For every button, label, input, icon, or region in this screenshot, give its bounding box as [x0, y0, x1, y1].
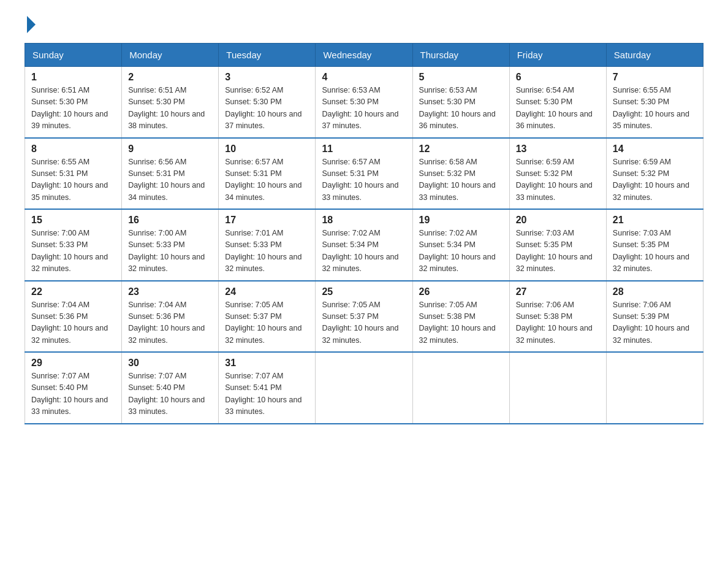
calendar-header-row: SundayMondayTuesdayWednesdayThursdayFrid…: [25, 44, 703, 67]
day-info: Sunrise: 6:53 AMSunset: 5:30 PMDaylight:…: [322, 85, 406, 132]
calendar-cell: 7Sunrise: 6:55 AMSunset: 5:30 PMDaylight…: [606, 67, 703, 138]
day-number: 10: [225, 144, 309, 155]
day-info: Sunrise: 7:04 AMSunset: 5:36 PMDaylight:…: [31, 299, 115, 347]
day-info: Sunrise: 7:07 AMSunset: 5:40 PMDaylight:…: [128, 370, 212, 418]
day-header-tuesday: Tuesday: [219, 44, 316, 67]
calendar-cell: 4Sunrise: 6:53 AMSunset: 5:30 PMDaylight…: [316, 67, 412, 138]
calendar-cell: 24Sunrise: 7:05 AMSunset: 5:37 PMDayligh…: [219, 281, 316, 353]
day-header-saturday: Saturday: [606, 44, 703, 67]
calendar-cell: 2Sunrise: 6:51 AMSunset: 5:30 PMDaylight…: [122, 67, 219, 138]
day-number: 27: [516, 286, 600, 297]
day-number: 26: [419, 286, 503, 297]
day-number: 7: [613, 72, 697, 83]
page-header: [25, 18, 703, 31]
calendar-cell: 5Sunrise: 6:53 AMSunset: 5:30 PMDaylight…: [412, 67, 509, 138]
day-number: 20: [516, 215, 600, 226]
calendar-cell: 22Sunrise: 7:04 AMSunset: 5:36 PMDayligh…: [25, 281, 122, 353]
day-info: Sunrise: 6:56 AMSunset: 5:31 PMDaylight:…: [128, 156, 212, 204]
day-info: Sunrise: 7:07 AMSunset: 5:41 PMDaylight:…: [225, 370, 309, 418]
day-header-wednesday: Wednesday: [316, 44, 412, 67]
calendar-cell: [412, 352, 509, 424]
day-info: Sunrise: 7:07 AMSunset: 5:40 PMDaylight:…: [31, 370, 115, 418]
week-row-4: 22Sunrise: 7:04 AMSunset: 5:36 PMDayligh…: [25, 281, 703, 353]
calendar-cell: [316, 352, 412, 424]
day-number: 25: [322, 286, 406, 297]
day-number: 3: [225, 72, 309, 83]
day-info: Sunrise: 7:02 AMSunset: 5:34 PMDaylight:…: [322, 228, 406, 275]
calendar-cell: [606, 352, 703, 424]
calendar-cell: 9Sunrise: 6:56 AMSunset: 5:31 PMDaylight…: [122, 138, 219, 210]
day-info: Sunrise: 6:57 AMSunset: 5:31 PMDaylight:…: [322, 156, 406, 204]
day-number: 31: [225, 358, 309, 369]
logo-triangle-icon: [27, 16, 36, 33]
calendar-cell: 12Sunrise: 6:58 AMSunset: 5:32 PMDayligh…: [412, 138, 509, 210]
day-number: 24: [225, 286, 309, 297]
calendar-cell: 13Sunrise: 6:59 AMSunset: 5:32 PMDayligh…: [509, 138, 606, 210]
day-number: 8: [31, 144, 115, 155]
day-info: Sunrise: 7:06 AMSunset: 5:39 PMDaylight:…: [613, 299, 697, 347]
calendar-cell: 20Sunrise: 7:03 AMSunset: 5:35 PMDayligh…: [509, 209, 606, 281]
day-info: Sunrise: 7:02 AMSunset: 5:34 PMDaylight:…: [419, 228, 503, 275]
day-header-thursday: Thursday: [412, 44, 509, 67]
day-number: 18: [322, 215, 406, 226]
week-row-5: 29Sunrise: 7:07 AMSunset: 5:40 PMDayligh…: [25, 352, 703, 424]
day-info: Sunrise: 7:06 AMSunset: 5:38 PMDaylight:…: [516, 299, 600, 347]
day-number: 1: [31, 72, 115, 83]
logo: [25, 18, 36, 31]
day-info: Sunrise: 6:55 AMSunset: 5:31 PMDaylight:…: [31, 156, 115, 204]
day-number: 15: [31, 215, 115, 226]
day-number: 28: [613, 286, 697, 297]
day-info: Sunrise: 6:52 AMSunset: 5:30 PMDaylight:…: [225, 85, 309, 132]
day-info: Sunrise: 6:59 AMSunset: 5:32 PMDaylight:…: [516, 156, 600, 204]
day-number: 30: [128, 358, 212, 369]
day-number: 4: [322, 72, 406, 83]
calendar-cell: 21Sunrise: 7:03 AMSunset: 5:35 PMDayligh…: [606, 209, 703, 281]
day-info: Sunrise: 6:54 AMSunset: 5:30 PMDaylight:…: [516, 85, 600, 132]
day-info: Sunrise: 7:03 AMSunset: 5:35 PMDaylight:…: [516, 228, 600, 275]
calendar-cell: 8Sunrise: 6:55 AMSunset: 5:31 PMDaylight…: [25, 138, 122, 210]
day-number: 12: [419, 144, 503, 155]
day-info: Sunrise: 7:03 AMSunset: 5:35 PMDaylight:…: [613, 228, 697, 275]
day-info: Sunrise: 7:01 AMSunset: 5:33 PMDaylight:…: [225, 228, 309, 275]
calendar-cell: 3Sunrise: 6:52 AMSunset: 5:30 PMDaylight…: [219, 67, 316, 138]
day-info: Sunrise: 7:00 AMSunset: 5:33 PMDaylight:…: [128, 228, 212, 275]
day-number: 16: [128, 215, 212, 226]
day-number: 5: [419, 72, 503, 83]
day-info: Sunrise: 6:51 AMSunset: 5:30 PMDaylight:…: [31, 85, 115, 132]
calendar-cell: 1Sunrise: 6:51 AMSunset: 5:30 PMDaylight…: [25, 67, 122, 138]
day-info: Sunrise: 6:57 AMSunset: 5:31 PMDaylight:…: [225, 156, 309, 204]
calendar-cell: 28Sunrise: 7:06 AMSunset: 5:39 PMDayligh…: [606, 281, 703, 353]
calendar-cell: 29Sunrise: 7:07 AMSunset: 5:40 PMDayligh…: [25, 352, 122, 424]
calendar-cell: 19Sunrise: 7:02 AMSunset: 5:34 PMDayligh…: [412, 209, 509, 281]
calendar-cell: 26Sunrise: 7:05 AMSunset: 5:38 PMDayligh…: [412, 281, 509, 353]
day-number: 19: [419, 215, 503, 226]
calendar-table: SundayMondayTuesdayWednesdayThursdayFrid…: [25, 43, 703, 424]
day-number: 23: [128, 286, 212, 297]
calendar-cell: 6Sunrise: 6:54 AMSunset: 5:30 PMDaylight…: [509, 67, 606, 138]
calendar-cell: 31Sunrise: 7:07 AMSunset: 5:41 PMDayligh…: [219, 352, 316, 424]
day-header-friday: Friday: [509, 44, 606, 67]
calendar-cell: 23Sunrise: 7:04 AMSunset: 5:36 PMDayligh…: [122, 281, 219, 353]
day-number: 11: [322, 144, 406, 155]
day-header-sunday: Sunday: [25, 44, 122, 67]
day-info: Sunrise: 6:51 AMSunset: 5:30 PMDaylight:…: [128, 85, 212, 132]
calendar-cell: 27Sunrise: 7:06 AMSunset: 5:38 PMDayligh…: [509, 281, 606, 353]
calendar-cell: 30Sunrise: 7:07 AMSunset: 5:40 PMDayligh…: [122, 352, 219, 424]
week-row-1: 1Sunrise: 6:51 AMSunset: 5:30 PMDaylight…: [25, 67, 703, 138]
day-number: 17: [225, 215, 309, 226]
calendar-cell: 15Sunrise: 7:00 AMSunset: 5:33 PMDayligh…: [25, 209, 122, 281]
calendar-cell: 25Sunrise: 7:05 AMSunset: 5:37 PMDayligh…: [316, 281, 412, 353]
day-info: Sunrise: 7:00 AMSunset: 5:33 PMDaylight:…: [31, 228, 115, 275]
day-number: 2: [128, 72, 212, 83]
day-info: Sunrise: 6:55 AMSunset: 5:30 PMDaylight:…: [613, 85, 697, 132]
day-info: Sunrise: 7:05 AMSunset: 5:37 PMDaylight:…: [225, 299, 309, 347]
day-number: 22: [31, 286, 115, 297]
calendar-cell: 18Sunrise: 7:02 AMSunset: 5:34 PMDayligh…: [316, 209, 412, 281]
day-number: 29: [31, 358, 115, 369]
day-number: 14: [613, 144, 697, 155]
day-number: 21: [613, 215, 697, 226]
day-number: 9: [128, 144, 212, 155]
day-info: Sunrise: 7:04 AMSunset: 5:36 PMDaylight:…: [128, 299, 212, 347]
day-info: Sunrise: 6:53 AMSunset: 5:30 PMDaylight:…: [419, 85, 503, 132]
week-row-3: 15Sunrise: 7:00 AMSunset: 5:33 PMDayligh…: [25, 209, 703, 281]
